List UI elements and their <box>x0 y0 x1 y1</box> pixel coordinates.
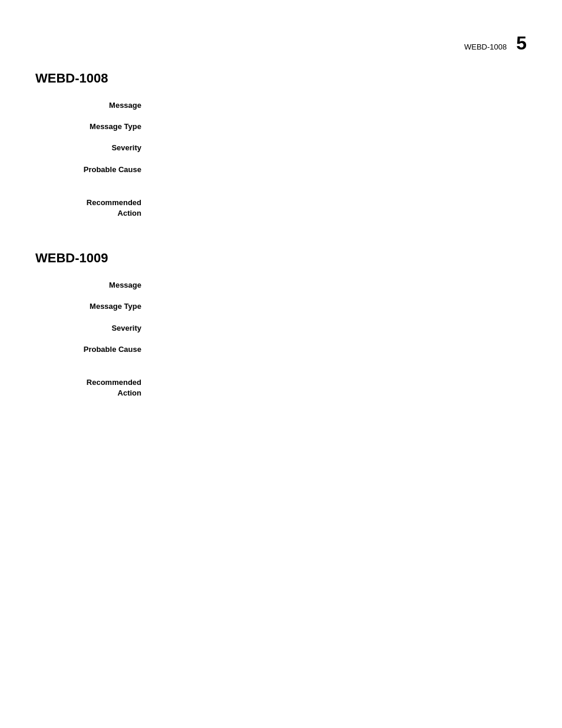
value-probable-cause-1009 <box>153 344 527 355</box>
value-recommended-action-1008 <box>153 197 527 219</box>
page-header: WEBD-1008 5 <box>464 32 527 54</box>
field-row-recommended-action-1008: RecommendedAction <box>35 197 527 219</box>
value-message-type-1008 <box>153 121 527 132</box>
label-probable-cause-1009: Probable Cause <box>35 344 153 355</box>
label-message-1008: Message <box>35 100 153 111</box>
section-webd-1008: WEBD-1008 Message Message Type Severity … <box>35 71 527 219</box>
value-probable-cause-1008 <box>153 164 527 175</box>
field-row-probable-cause-1008: Probable Cause <box>35 164 527 175</box>
spacer-1009 <box>35 365 527 377</box>
spacer-1008 <box>35 186 527 197</box>
header-code: WEBD-1008 <box>464 42 507 51</box>
value-severity-1008 <box>153 143 527 153</box>
label-message-type-1009: Message Type <box>35 301 153 312</box>
field-row-severity-1009: Severity <box>35 323 527 334</box>
section-webd-1009: WEBD-1009 Message Message Type Severity … <box>35 251 527 398</box>
section-title-webd-1008: WEBD-1008 <box>35 71 527 86</box>
field-row-recommended-action-1009: RecommendedAction <box>35 377 527 398</box>
field-row-probable-cause-1009: Probable Cause <box>35 344 527 355</box>
label-message-type-1008: Message Type <box>35 121 153 132</box>
value-recommended-action-1009 <box>153 377 527 398</box>
header-page-number: 5 <box>516 32 527 54</box>
label-probable-cause-1008: Probable Cause <box>35 164 153 175</box>
label-recommended-action-1008: RecommendedAction <box>35 197 153 219</box>
section-title-webd-1009: WEBD-1009 <box>35 251 527 266</box>
field-row-message-1009: Message <box>35 280 527 291</box>
field-row-message-1008: Message <box>35 100 527 111</box>
value-message-1008 <box>153 100 527 111</box>
label-severity-1009: Severity <box>35 323 153 334</box>
label-message-1009: Message <box>35 280 153 291</box>
value-severity-1009 <box>153 323 527 334</box>
label-severity-1008: Severity <box>35 143 153 153</box>
field-row-severity-1008: Severity <box>35 143 527 153</box>
field-row-message-type-1009: Message Type <box>35 301 527 312</box>
label-recommended-action-1009: RecommendedAction <box>35 377 153 398</box>
value-message-1009 <box>153 280 527 291</box>
section-divider <box>35 229 527 251</box>
page-content: WEBD-1008 Message Message Type Severity … <box>35 71 527 409</box>
value-message-type-1009 <box>153 301 527 312</box>
field-row-message-type-1008: Message Type <box>35 121 527 132</box>
